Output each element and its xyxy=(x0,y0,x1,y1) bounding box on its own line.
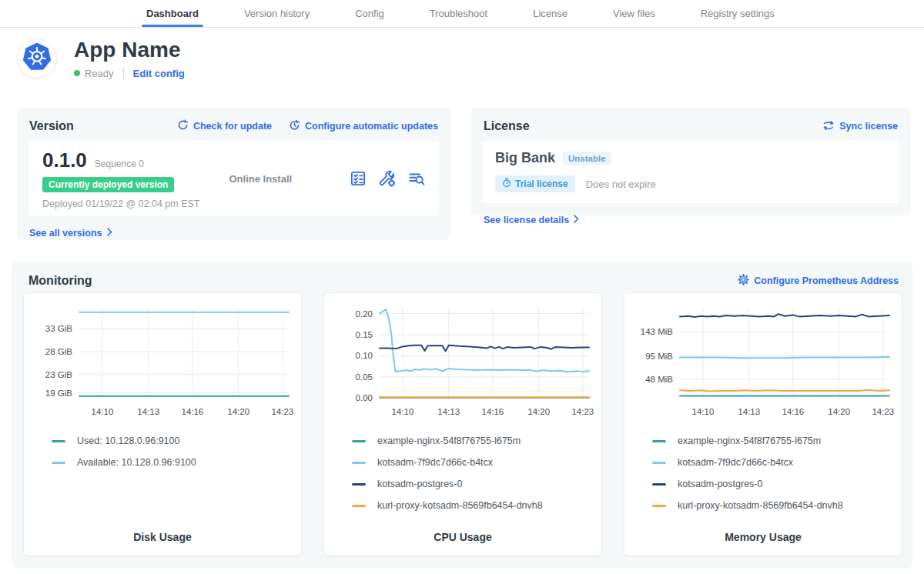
version-sequence: Sequence 0 xyxy=(95,159,144,169)
deployed-timestamp: Deployed 01/19/22 @ 02:04 pm EST xyxy=(42,199,199,209)
legend-color-dash xyxy=(52,440,65,442)
chart-title: Memory Usage xyxy=(624,531,902,543)
legend-label: Available: 10.128.0.96:9100 xyxy=(77,457,196,468)
legend-color-dash xyxy=(352,483,366,486)
memory-usage-legend: example-nginx-54f8f76755-l675mkotsadm-7f… xyxy=(652,430,896,516)
svg-text:0.20: 0.20 xyxy=(356,309,373,319)
separator xyxy=(123,68,124,79)
svg-text:14:20: 14:20 xyxy=(227,407,249,416)
svg-text:14:10: 14:10 xyxy=(92,407,114,416)
memory-usage-plot: 48 MiB95 MiB143 MiB14:1014:1314:1614:201… xyxy=(631,299,897,422)
tab-troubleshoot[interactable]: Troubleshoot xyxy=(428,0,489,27)
chevron-right-icon xyxy=(574,215,579,225)
legend-color-dash xyxy=(652,462,666,464)
sync-icon xyxy=(822,120,835,133)
stopwatch-icon xyxy=(502,178,511,190)
tab-dashboard[interactable]: Dashboard xyxy=(145,0,200,27)
status-dot xyxy=(74,70,80,76)
legend-item: kotsadm-postgres-0 xyxy=(352,473,595,495)
legend-label: kotsadm-postgres-0 xyxy=(678,479,762,489)
legend-color-dash xyxy=(352,440,366,442)
tab-version-history[interactable]: Version history xyxy=(243,0,311,27)
version-card-title: Version xyxy=(29,119,74,133)
chart-title: CPU Usage xyxy=(324,531,601,543)
license-expiry: Does not expire xyxy=(586,179,656,190)
preflight-checklist-icon[interactable] xyxy=(350,170,367,187)
legend-color-dash xyxy=(352,462,366,464)
app-logo xyxy=(17,38,57,78)
channel-badge: Unstable xyxy=(563,152,611,165)
legend-label: kotsadm-7f9dc7d66c-b4tcx xyxy=(678,457,793,468)
legend-label: kurl-proxy-kotsadm-8569fb6454-dnvh8 xyxy=(377,500,543,511)
cpu-usage-plot: 0.000.050.100.150.2014:1014:1314:1614:20… xyxy=(330,299,597,422)
legend-color-dash xyxy=(652,483,666,486)
legend-item: example-nginx-54f8f76755-l675m xyxy=(652,430,896,452)
page-title: App Name xyxy=(74,38,185,62)
legend-item: kotsadm-postgres-0 xyxy=(652,473,896,495)
tab-registry-settings[interactable]: Registry settings xyxy=(699,0,776,27)
sync-license-link[interactable]: Sync license xyxy=(822,120,898,133)
configure-automatic-updates-link[interactable]: Configure automatic updates xyxy=(289,119,438,133)
legend-color-dash xyxy=(52,462,65,464)
legend-item: kotsadm-7f9dc7d66c-b4tcx xyxy=(352,452,595,473)
legend-item: kurl-proxy-kotsadm-8569fb6454-dnvh8 xyxy=(352,495,595,516)
svg-text:14:20: 14:20 xyxy=(828,407,850,416)
check-for-update-link[interactable]: Check for update xyxy=(177,119,272,133)
kubernetes-icon xyxy=(20,40,54,77)
disk-usage-plot: 19 GiB23 GiB28 GiB33 GiB14:1014:1314:161… xyxy=(30,299,296,422)
svg-text:14:13: 14:13 xyxy=(738,407,760,416)
svg-text:14:10: 14:10 xyxy=(392,407,414,416)
deployed-badge: Currently deployed version xyxy=(42,177,174,192)
svg-text:95 MiB: 95 MiB xyxy=(645,352,673,361)
app-header: App Name Ready Edit config xyxy=(17,38,185,79)
svg-text:48 MiB: 48 MiB xyxy=(645,375,673,384)
see-license-details-link[interactable]: See license details xyxy=(484,215,579,225)
legend-label: kotsadm-postgres-0 xyxy=(377,479,462,489)
legend-color-dash xyxy=(652,505,666,507)
cpu-usage-chart-card: 0.000.050.100.150.2014:1014:1314:1614:20… xyxy=(323,292,602,556)
clock-refresh-icon xyxy=(289,119,300,133)
svg-text:0.10: 0.10 xyxy=(356,351,373,360)
edit-config-wrench-icon[interactable] xyxy=(379,170,396,187)
svg-text:14:13: 14:13 xyxy=(137,407,159,416)
legend-color-dash xyxy=(652,440,666,442)
legend-item: Used: 10.128.0.96:9100 xyxy=(52,430,295,452)
tab-license[interactable]: License xyxy=(531,0,569,27)
view-diff-icon[interactable] xyxy=(408,170,425,187)
chevron-right-icon xyxy=(107,228,112,239)
svg-text:0.00: 0.00 xyxy=(356,393,373,402)
cpu-usage-legend: example-nginx-54f8f76755-l675mkotsadm-7f… xyxy=(352,430,595,516)
configure-prometheus-link[interactable]: Configure Prometheus Address xyxy=(738,274,899,288)
memory-usage-chart-card: 48 MiB95 MiB143 MiB14:1014:1314:1614:201… xyxy=(624,292,902,556)
gear-icon xyxy=(738,274,749,288)
svg-text:14:20: 14:20 xyxy=(527,407,550,416)
svg-text:14:13: 14:13 xyxy=(437,407,460,416)
chart-title: Disk Usage xyxy=(24,531,301,543)
legend-item: example-nginx-54f8f76755-l675m xyxy=(352,430,595,452)
svg-text:143 MiB: 143 MiB xyxy=(641,327,674,336)
legend-item: Available: 10.128.0.96:9100 xyxy=(52,452,295,473)
legend-label: Used: 10.128.0.96:9100 xyxy=(77,436,179,446)
dashboard-screen: Dashboard Version history Config Trouble… xyxy=(0,0,924,574)
tab-config[interactable]: Config xyxy=(353,0,386,27)
svg-text:14:23: 14:23 xyxy=(271,407,293,416)
tab-view-files[interactable]: View files xyxy=(611,0,657,27)
app-status: Ready xyxy=(85,68,114,79)
svg-text:14:16: 14:16 xyxy=(181,407,203,416)
disk-usage-legend: Used: 10.128.0.96:9100Available: 10.128.… xyxy=(52,430,295,473)
version-number: 0.1.0 xyxy=(42,149,87,172)
license-panel: Big Bank Unstable Trial license Does not… xyxy=(483,141,899,203)
svg-text:19 GiB: 19 GiB xyxy=(45,389,72,398)
edit-config-link[interactable]: Edit config xyxy=(133,68,185,79)
svg-text:14:16: 14:16 xyxy=(481,407,504,416)
see-all-versions-link[interactable]: See all versions xyxy=(29,228,112,239)
legend-color-dash xyxy=(352,505,366,507)
trial-license-badge: Trial license xyxy=(495,175,575,192)
svg-text:0.05: 0.05 xyxy=(356,372,373,382)
svg-text:28 GiB: 28 GiB xyxy=(45,347,72,356)
legend-label: example-nginx-54f8f76755-l675m xyxy=(678,436,821,446)
install-type-label: Online Install xyxy=(199,173,350,185)
legend-label: kurl-proxy-kotsadm-8569fb6454-dnvh8 xyxy=(678,500,843,511)
svg-text:14:10: 14:10 xyxy=(692,407,715,416)
version-card: Version Check for update xyxy=(17,108,450,240)
